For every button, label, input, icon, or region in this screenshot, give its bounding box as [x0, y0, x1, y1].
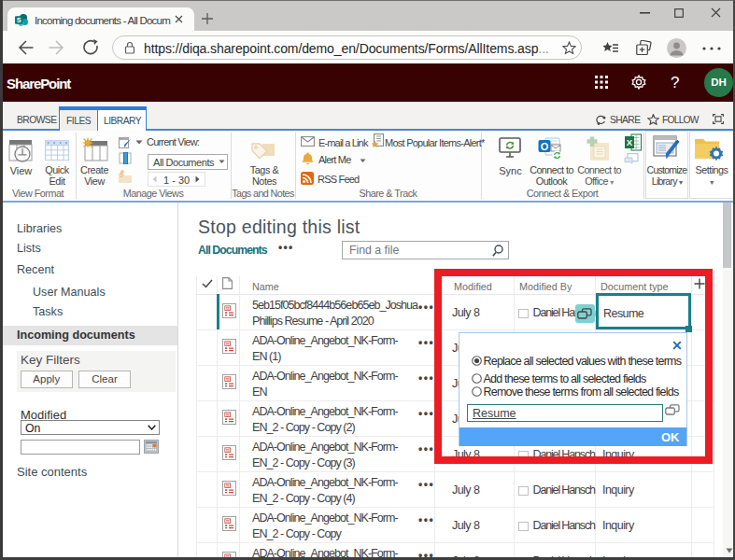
svg-text:X: X — [627, 137, 633, 147]
svg-text:O: O — [541, 141, 549, 152]
svg-text:S: S — [17, 16, 21, 24]
svg-text:5: 5 — [120, 172, 123, 178]
